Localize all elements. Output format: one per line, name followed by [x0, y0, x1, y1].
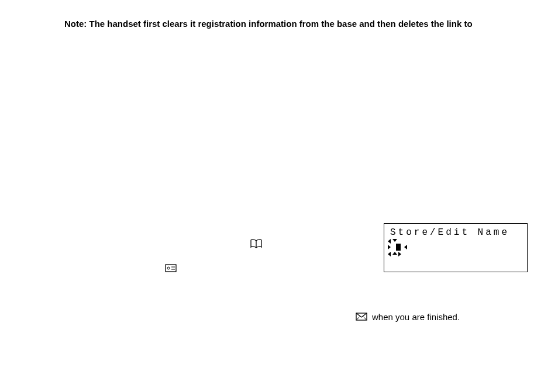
lcd-display: Store/Edit Name [384, 223, 528, 272]
finished-text: when you are finished. [372, 312, 460, 322]
svg-point-2 [167, 267, 170, 269]
arrow-right-icon [398, 252, 401, 256]
arrow-left-icon [404, 245, 407, 249]
cursor-block-icon [396, 244, 401, 251]
caller-id-icon [356, 313, 367, 321]
lcd-line-1: Store/Edit Name [390, 227, 523, 238]
arrow-down-icon [392, 239, 397, 242]
arrow-right-icon [388, 245, 391, 249]
lcd-cursor-area [390, 239, 523, 256]
note-text: Note: The handset first clears it regist… [64, 19, 521, 29]
arrow-up-icon [392, 252, 397, 255]
arrow-left-icon [388, 239, 391, 244]
phonebook-icon [250, 239, 262, 248]
arrow-left-icon [388, 252, 391, 256]
caller-id-icon [165, 264, 177, 272]
